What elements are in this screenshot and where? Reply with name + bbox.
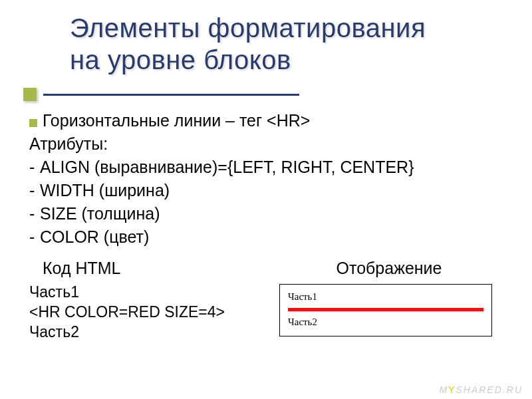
watermark-prefix: M	[440, 384, 449, 395]
bullet-text: Горизонтальные линии – тег <HR>	[43, 109, 310, 132]
render-text-bottom: Часть2	[288, 315, 483, 329]
list-item: -COLOR (цвет)	[29, 225, 505, 249]
example-columns: Код HTML Часть1 <HR COLOR=RED SIZE=4> Ча…	[29, 257, 505, 342]
attr-text: WIDTH (ширина)	[40, 179, 170, 202]
code-line: Часть1	[29, 283, 253, 303]
code-column-head: Код HTML	[29, 257, 253, 280]
attr-text: SIZE (толщина)	[40, 202, 160, 225]
render-text-top: Часть1	[288, 290, 483, 304]
code-example: Часть1 <HR COLOR=RED SIZE=4> Часть2	[29, 283, 253, 342]
watermark-y: Y	[448, 384, 456, 395]
hr-preview	[288, 308, 483, 311]
list-item: -SIZE (толщина)	[29, 202, 505, 225]
code-line: <HR COLOR=RED SIZE=4>	[29, 303, 253, 323]
render-column: Отображение Часть1 Часть2	[279, 257, 499, 342]
watermark-suffix: SHARED.RU	[456, 384, 523, 395]
attr-text: ALIGN (выравнивание)={LEFT, RIGHT, CENTE…	[40, 156, 414, 179]
title-line-1: Элементы форматирования	[70, 13, 426, 43]
attribute-list: -ALIGN (выравнивание)={LEFT, RIGHT, CENT…	[29, 156, 505, 249]
attr-text: COLOR (цвет)	[40, 225, 149, 249]
slide-title: Элементы форматирования на уровне блоков	[0, 0, 532, 81]
slide-body: Горизонтальные линии – тег <HR> Атрибуты…	[0, 109, 532, 342]
title-line-2: на уровне блоков	[70, 45, 291, 74]
render-preview: Часть1 Часть2	[279, 284, 492, 336]
render-column-head: Отображение	[279, 257, 499, 280]
list-item: -ALIGN (выравнивание)={LEFT, RIGHT, CENT…	[29, 156, 505, 179]
accent-line	[43, 94, 299, 96]
watermark: MYSHARED.RU	[440, 384, 523, 395]
accent-square-icon	[23, 88, 37, 101]
code-column: Код HTML Часть1 <HR COLOR=RED SIZE=4> Ча…	[29, 257, 253, 342]
title-accent	[23, 88, 532, 101]
code-line: Часть2	[29, 323, 253, 342]
bullet-item: Горизонтальные линии – тег <HR>	[29, 109, 505, 132]
bullet-square-icon	[29, 119, 37, 127]
list-item: -WIDTH (ширина)	[29, 179, 505, 202]
attributes-label: Атрибуты:	[29, 132, 505, 156]
